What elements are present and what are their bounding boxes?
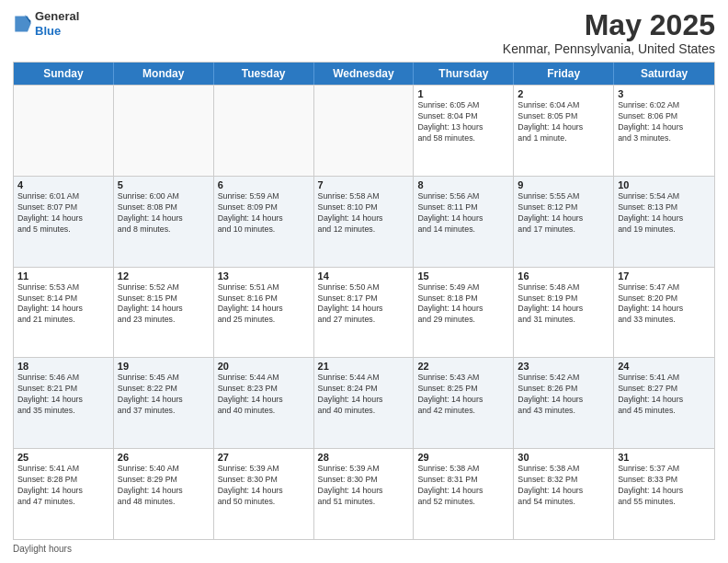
day-cell-3: 3Sunrise: 6:02 AM Sunset: 8:06 PM Daylig…	[614, 86, 714, 176]
day-cell-12: 12Sunrise: 5:52 AM Sunset: 8:15 PM Dayli…	[114, 268, 214, 358]
cell-date-number: 12	[118, 270, 210, 282]
day-cell-16: 16Sunrise: 5:48 AM Sunset: 8:19 PM Dayli…	[514, 268, 614, 358]
day-cell-23: 23Sunrise: 5:42 AM Sunset: 8:26 PM Dayli…	[514, 358, 614, 448]
cell-info-text: Sunrise: 5:54 AM Sunset: 8:13 PM Dayligh…	[618, 191, 711, 236]
cell-info-text: Sunrise: 5:48 AM Sunset: 8:19 PM Dayligh…	[518, 282, 609, 327]
day-cell-17: 17Sunrise: 5:47 AM Sunset: 8:20 PM Dayli…	[614, 268, 714, 358]
day-cell-15: 15Sunrise: 5:49 AM Sunset: 8:18 PM Dayli…	[414, 268, 514, 358]
page: General Blue May 2025 Kenmar, Pennsylvan…	[0, 0, 728, 563]
cell-info-text: Sunrise: 5:52 AM Sunset: 8:15 PM Dayligh…	[118, 282, 210, 327]
cell-info-text: Sunrise: 5:41 AM Sunset: 8:28 PM Dayligh…	[17, 464, 109, 508]
cell-info-text: Sunrise: 6:00 AM Sunset: 8:08 PM Dayligh…	[118, 191, 210, 236]
cell-info-text: Sunrise: 5:39 AM Sunset: 8:30 PM Dayligh…	[218, 464, 310, 508]
day-header-monday: Monday	[114, 63, 214, 85]
title-block: May 2025 Kenmar, Pennsylvania, United St…	[503, 9, 715, 56]
calendar-row-3: 11Sunrise: 5:53 AM Sunset: 8:14 PM Dayli…	[14, 267, 714, 358]
cell-date-number: 26	[118, 452, 210, 463]
cell-info-text: Sunrise: 6:04 AM Sunset: 8:05 PM Dayligh…	[518, 100, 609, 144]
cell-date-number: 31	[618, 452, 711, 463]
day-header-thursday: Thursday	[414, 63, 514, 85]
day-cell-13: 13Sunrise: 5:51 AM Sunset: 8:16 PM Dayli…	[214, 268, 314, 358]
cell-date-number: 22	[417, 361, 509, 372]
cell-info-text: Sunrise: 5:44 AM Sunset: 8:23 PM Dayligh…	[218, 373, 310, 417]
cell-info-text: Sunrise: 5:56 AM Sunset: 8:11 PM Dayligh…	[417, 191, 509, 236]
cell-date-number: 20	[218, 361, 310, 372]
logo-icon	[13, 13, 31, 35]
day-cell-6: 6Sunrise: 5:59 AM Sunset: 8:09 PM Daylig…	[214, 177, 314, 267]
footer-note: Daylight hours	[13, 544, 715, 554]
cell-date-number: 11	[17, 270, 109, 282]
day-header-saturday: Saturday	[614, 63, 714, 85]
cell-info-text: Sunrise: 5:49 AM Sunset: 8:18 PM Dayligh…	[417, 282, 509, 327]
cell-date-number: 21	[318, 361, 410, 372]
cell-date-number: 6	[218, 179, 310, 190]
day-cell-1: 1Sunrise: 6:05 AM Sunset: 8:04 PM Daylig…	[414, 86, 514, 176]
empty-cell	[14, 86, 114, 176]
cell-date-number: 3	[618, 88, 711, 99]
cell-date-number: 19	[118, 361, 210, 372]
calendar-row-5: 25Sunrise: 5:41 AM Sunset: 8:28 PM Dayli…	[14, 448, 714, 539]
cell-date-number: 30	[518, 452, 609, 463]
cell-info-text: Sunrise: 5:59 AM Sunset: 8:09 PM Dayligh…	[218, 191, 310, 236]
day-cell-2: 2Sunrise: 6:04 AM Sunset: 8:05 PM Daylig…	[514, 86, 614, 176]
calendar: SundayMondayTuesdayWednesdayThursdayFrid…	[13, 62, 715, 540]
cell-info-text: Sunrise: 5:44 AM Sunset: 8:24 PM Dayligh…	[318, 373, 410, 417]
day-cell-11: 11Sunrise: 5:53 AM Sunset: 8:14 PM Dayli…	[14, 268, 114, 358]
cell-info-text: Sunrise: 5:38 AM Sunset: 8:32 PM Dayligh…	[518, 464, 609, 508]
day-cell-10: 10Sunrise: 5:54 AM Sunset: 8:13 PM Dayli…	[614, 177, 714, 267]
day-cell-8: 8Sunrise: 5:56 AM Sunset: 8:11 PM Daylig…	[414, 177, 514, 267]
cell-date-number: 23	[518, 361, 609, 372]
cell-info-text: Sunrise: 5:43 AM Sunset: 8:25 PM Dayligh…	[417, 373, 509, 417]
logo-blue: Blue	[35, 24, 79, 39]
day-header-sunday: Sunday	[14, 63, 114, 85]
calendar-row-1: 1Sunrise: 6:05 AM Sunset: 8:04 PM Daylig…	[14, 85, 714, 176]
cell-date-number: 28	[318, 452, 410, 463]
day-cell-26: 26Sunrise: 5:40 AM Sunset: 8:29 PM Dayli…	[114, 449, 214, 539]
cell-date-number: 10	[618, 179, 711, 190]
cell-info-text: Sunrise: 5:53 AM Sunset: 8:14 PM Dayligh…	[17, 282, 109, 327]
cell-date-number: 5	[118, 179, 210, 190]
empty-cell	[114, 86, 214, 176]
day-cell-29: 29Sunrise: 5:38 AM Sunset: 8:31 PM Dayli…	[414, 449, 514, 539]
empty-cell	[214, 86, 314, 176]
cell-date-number: 18	[17, 361, 109, 372]
cell-date-number: 7	[318, 179, 410, 190]
day-cell-28: 28Sunrise: 5:39 AM Sunset: 8:30 PM Dayli…	[314, 449, 415, 539]
calendar-row-2: 4Sunrise: 6:01 AM Sunset: 8:07 PM Daylig…	[14, 176, 714, 267]
cell-info-text: Sunrise: 5:42 AM Sunset: 8:26 PM Dayligh…	[518, 373, 609, 417]
day-cell-14: 14Sunrise: 5:50 AM Sunset: 8:17 PM Dayli…	[314, 268, 415, 358]
main-title: May 2025	[503, 9, 715, 41]
cell-date-number: 1	[417, 88, 509, 99]
day-cell-27: 27Sunrise: 5:39 AM Sunset: 8:30 PM Dayli…	[214, 449, 314, 539]
cell-info-text: Sunrise: 5:41 AM Sunset: 8:27 PM Dayligh…	[618, 373, 711, 417]
day-cell-30: 30Sunrise: 5:38 AM Sunset: 8:32 PM Dayli…	[514, 449, 614, 539]
calendar-row-4: 18Sunrise: 5:46 AM Sunset: 8:21 PM Dayli…	[14, 357, 714, 448]
cell-date-number: 16	[518, 270, 609, 282]
cell-info-text: Sunrise: 6:02 AM Sunset: 8:06 PM Dayligh…	[618, 100, 711, 144]
cell-info-text: Sunrise: 5:45 AM Sunset: 8:22 PM Dayligh…	[118, 373, 210, 417]
svg-marker-0	[15, 16, 30, 31]
subtitle: Kenmar, Pennsylvania, United States	[503, 41, 715, 56]
day-cell-9: 9Sunrise: 5:55 AM Sunset: 8:12 PM Daylig…	[514, 177, 614, 267]
cell-date-number: 25	[17, 452, 109, 463]
logo-general: General	[35, 9, 79, 24]
cell-date-number: 29	[417, 452, 509, 463]
cell-info-text: Sunrise: 5:47 AM Sunset: 8:20 PM Dayligh…	[618, 282, 711, 327]
cell-info-text: Sunrise: 5:51 AM Sunset: 8:16 PM Dayligh…	[218, 282, 310, 327]
day-cell-22: 22Sunrise: 5:43 AM Sunset: 8:25 PM Dayli…	[414, 358, 514, 448]
day-cell-31: 31Sunrise: 5:37 AM Sunset: 8:33 PM Dayli…	[614, 449, 714, 539]
cell-info-text: Sunrise: 5:58 AM Sunset: 8:10 PM Dayligh…	[318, 191, 410, 236]
cell-info-text: Sunrise: 5:46 AM Sunset: 8:21 PM Dayligh…	[17, 373, 109, 417]
day-header-wednesday: Wednesday	[314, 63, 415, 85]
calendar-body: 1Sunrise: 6:05 AM Sunset: 8:04 PM Daylig…	[14, 85, 714, 539]
cell-info-text: Sunrise: 5:55 AM Sunset: 8:12 PM Dayligh…	[518, 191, 609, 236]
day-cell-21: 21Sunrise: 5:44 AM Sunset: 8:24 PM Dayli…	[314, 358, 415, 448]
day-cell-4: 4Sunrise: 6:01 AM Sunset: 8:07 PM Daylig…	[14, 177, 114, 267]
day-cell-18: 18Sunrise: 5:46 AM Sunset: 8:21 PM Dayli…	[14, 358, 114, 448]
cell-info-text: Sunrise: 6:01 AM Sunset: 8:07 PM Dayligh…	[17, 191, 109, 236]
cell-info-text: Sunrise: 5:40 AM Sunset: 8:29 PM Dayligh…	[118, 464, 210, 508]
cell-info-text: Sunrise: 6:05 AM Sunset: 8:04 PM Dayligh…	[417, 100, 509, 144]
logo-text: General Blue	[35, 9, 79, 38]
day-cell-20: 20Sunrise: 5:44 AM Sunset: 8:23 PM Dayli…	[214, 358, 314, 448]
cell-date-number: 17	[618, 270, 711, 282]
